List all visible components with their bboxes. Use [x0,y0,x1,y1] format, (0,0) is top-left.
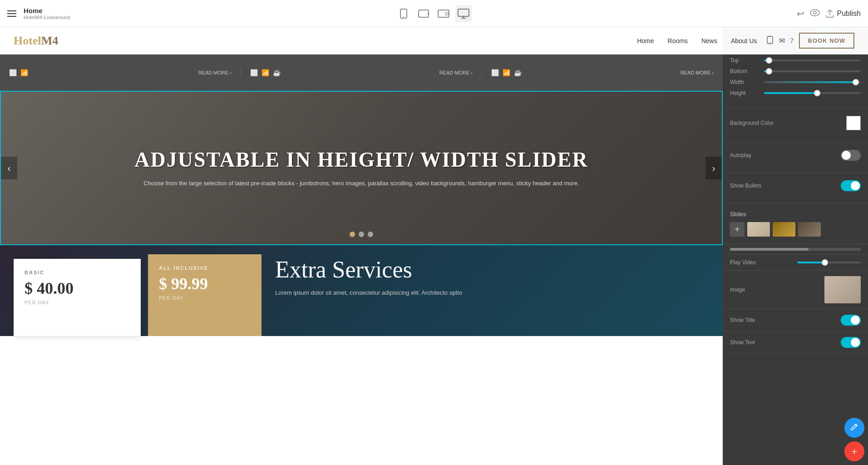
room-3-icons: ⬜ 📶 ☕ [491,69,522,77]
show-bullets-section: Show Bullets [723,173,868,203]
height-slider-row: Height [730,90,861,96]
slide-thumb-1[interactable] [747,222,770,237]
tablet-device-icon[interactable] [415,5,432,22]
show-title-knob [851,316,860,325]
desktop-device-icon[interactable] [455,5,472,22]
height-slider-track[interactable] [764,92,861,94]
slider-next-button[interactable]: › [705,157,722,179]
top-slider-row: Top [730,57,861,64]
pricing-inclusive-card: ALL INCLUSIVE $ 99.99 PER DAY [148,254,261,336]
show-text-label: Show Text [730,339,841,346]
scrollbar-thumb[interactable] [730,248,809,251]
extra-services-area: Extra Services Lorem ipsum dolor sit ame… [261,245,723,336]
nav-rooms[interactable]: Rooms [668,37,688,45]
mobile-nav-icon[interactable] [766,36,774,46]
menu-icon[interactable] [0,10,24,17]
autoplay-section: Autoplay [723,143,868,173]
basic-price: $ 40.00 [25,279,130,298]
tv-icon-1: ⬜ [9,69,17,77]
right-panel: Top Bottom Width Height [723,27,868,465]
svg-point-7 [810,10,819,16]
svg-rect-5 [445,12,448,15]
bg-color-label: Background Color [730,120,842,126]
email-nav-icon[interactable]: ✉ [779,36,785,45]
book-now-button[interactable]: BOOK NOW [799,33,854,49]
mobile-device-icon[interactable] [395,5,412,22]
show-title-label: Show Title [730,317,841,323]
slider-dot-2[interactable] [359,232,364,237]
tablet-landscape-icon[interactable] [435,5,452,22]
play-video-thumb[interactable] [822,259,828,266]
edit-fab-button[interactable] [844,418,864,438]
preview-icon[interactable] [810,8,820,19]
image-preview[interactable] [824,276,861,303]
publish-button[interactable]: Publish [825,10,861,18]
play-video-label: Play Video [730,259,793,266]
room-2-icons: ⬜ 📶 ☕ [250,69,281,77]
bottom-slider-track[interactable] [764,70,861,72]
room-card-2: ⬜ 📶 ☕ READ MORE › [241,69,482,77]
svg-point-1 [403,16,404,17]
nav-links: Home Rooms News About Us [637,37,757,45]
bg-color-swatch[interactable] [846,116,861,130]
bottom-label: Bottom [730,68,760,74]
image-label: Image [730,287,745,293]
tv-icon-2: ⬜ [250,69,258,77]
autoplay-toggle[interactable] [841,150,861,161]
slides-section: Slides + [723,203,868,244]
room-card-1: ⬜ 📶 READ MORE › [0,69,241,77]
site-name: Home [24,7,70,15]
site-sub: HotelM4-Lookaround [24,15,70,20]
inclusive-plan-name: ALL INCLUSIVE [159,265,251,271]
slide-thumb-2[interactable] [773,222,795,237]
read-more-1[interactable]: READ MORE › [198,70,232,75]
nav-home[interactable]: Home [637,37,654,45]
pricing-basic-card: BASIC $ 40.00 PER DAY [14,259,141,336]
tv-icon-3: ⬜ [491,69,499,77]
bottom-slider-row: Bottom [730,68,861,74]
wifi-icon-3: 📶 [503,69,510,77]
rooms-strip: ⬜ 📶 READ MORE › ⬜ 📶 ☕ READ MORE › ⬜ 📶 ☕ … [0,54,723,91]
slider-dot-3[interactable] [368,232,373,237]
device-icons [395,5,472,22]
svg-rect-4 [438,10,449,17]
show-bullets-knob [851,181,860,190]
width-slider-track[interactable] [764,81,861,83]
coffee-icon-3: ☕ [514,69,522,77]
width-slider-row: Width [730,79,861,85]
nav-news[interactable]: News [701,37,717,45]
top-slider-track[interactable] [764,59,861,61]
position-section: Top Bottom Width Height [723,50,868,109]
show-title-toggle[interactable] [841,315,861,326]
show-text-toggle[interactable] [841,337,861,348]
add-slide-button[interactable]: + [730,222,745,237]
bg-color-row: Background Color [730,116,861,130]
scrollbar-track[interactable] [730,248,861,251]
slider-dot-1[interactable] [350,232,355,237]
help-nav-icon[interactable]: ? [790,37,794,45]
inclusive-price: $ 99.99 [159,274,251,293]
main-nav: HotelM4 Home Rooms News About Us ✉ ? BOO… [0,27,868,54]
show-text-section: Show Text [723,331,868,354]
add-fab-button[interactable]: + [844,441,864,461]
height-label: Height [730,90,760,96]
pricing-section: BASIC $ 40.00 PER DAY ALL INCLUSIVE $ 99… [0,245,723,336]
slider-prev-button[interactable]: ‹ [1,157,17,179]
slide-thumb-3[interactable] [798,222,821,237]
slider-title: ADJUSTABLE IN HEIGHT/ WIDTH SLIDER [134,148,588,172]
basic-period: PER DAY [25,300,130,305]
show-bullets-toggle[interactable] [841,180,861,191]
extra-services-title: Extra Services [275,256,709,283]
read-more-3[interactable]: READ MORE › [681,70,714,75]
slider-section[interactable]: ‹ ADJUSTABLE IN HEIGHT/ WIDTH SLIDER Cho… [0,91,723,245]
slides-header: Slides [730,211,861,218]
slider-content: ADJUSTABLE IN HEIGHT/ WIDTH SLIDER Choos… [89,148,633,188]
extra-services-text: Lorem ipsum dolor sit amet, consectetur … [275,288,709,298]
undo-icon[interactable]: ↩ [797,8,804,19]
read-more-2[interactable]: READ MORE › [439,70,473,75]
top-toolbar: Home HotelM4-Lookaround ↩ Publish [0,0,868,27]
play-video-slider[interactable] [798,262,861,263]
slider-subtitle: Choose from the large selection of lates… [134,179,588,188]
nav-about[interactable]: About Us [731,37,757,45]
toolbar-right: ↩ Publish [797,8,861,19]
